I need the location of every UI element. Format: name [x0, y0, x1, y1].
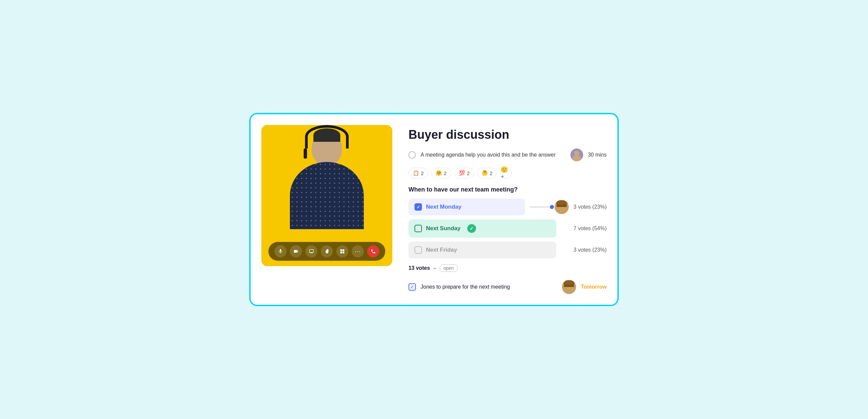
poll-connector-monday — [530, 200, 569, 214]
agenda-duration: 30 mins — [588, 152, 607, 158]
reaction-count-2: 2 — [444, 170, 446, 176]
person-head — [312, 132, 342, 165]
checkmark-icon: ✓ — [416, 205, 420, 210]
content-panel: Buyer discussion A meeting agenda help y… — [408, 125, 607, 294]
poll-checkbox-monday[interactable]: ✓ — [414, 203, 422, 211]
poll-options: ✓ Next Monday 3 votes (23%) — [408, 199, 607, 259]
reaction-count-1: 2 — [421, 170, 424, 176]
screen-share-button[interactable] — [305, 245, 317, 258]
connector-line — [530, 207, 550, 207]
thinking-icon: 🤔 — [482, 170, 488, 176]
poll-box-sunday[interactable]: Next Sunday ✓ — [408, 219, 556, 238]
poll-option-friday: Next Friday 3 votes (23%) — [408, 242, 607, 259]
poll-box-friday[interactable]: Next Friday — [408, 242, 556, 259]
add-reaction-button[interactable]: 🙂+ — [500, 167, 512, 179]
more-options-button[interactable]: ··· — [352, 245, 364, 258]
poll-dash: – — [433, 265, 436, 271]
hundred-icon: 💯 — [459, 170, 465, 176]
person-figure — [283, 132, 371, 246]
connector-dot — [550, 205, 554, 209]
agenda-avatar — [570, 149, 583, 161]
end-call-button[interactable] — [367, 245, 379, 258]
copy-icon: 📋 — [413, 170, 419, 176]
reaction-count-4: 2 — [490, 170, 492, 176]
hug-icon: 🤗 — [436, 170, 442, 176]
task-row: ✓ Jones to prepare for the next meeting … — [408, 280, 607, 294]
reaction-copy[interactable]: 📋 2 — [408, 168, 428, 178]
video-controls-bar: ··· — [269, 242, 385, 261]
poll-votes-sunday: 7 votes (54%) — [574, 226, 607, 232]
poll-checkbox-friday[interactable] — [414, 246, 422, 254]
poll-label-sunday: Next Sunday — [426, 225, 461, 232]
total-votes: 13 votes — [408, 265, 430, 271]
agenda-radio[interactable] — [408, 151, 416, 158]
poll-summary: 13 votes – open — [408, 264, 607, 272]
poll-question: When to have our next team meeting? — [408, 186, 607, 193]
poll-votes-friday: 3 votes (23%) — [574, 247, 607, 253]
avatar-figure — [570, 149, 583, 161]
sunday-check-badge: ✓ — [467, 224, 476, 233]
mic-button[interactable] — [274, 245, 286, 258]
reactions-row: 📋 2 🤗 2 💯 2 🤔 2 🙂+ — [408, 167, 607, 179]
poll-votes-monday: 3 votes (23%) — [574, 204, 607, 210]
task-assignee-figure — [562, 280, 576, 294]
headset-icon — [305, 125, 349, 149]
video-panel: ··· — [261, 125, 392, 266]
smiley-add-icon: 🙂+ — [500, 166, 511, 180]
task-due-date: Tomorrow — [581, 284, 607, 290]
poll-label-friday: Next Friday — [426, 247, 457, 253]
reaction-100[interactable]: 💯 2 — [455, 168, 474, 178]
poll-box-monday[interactable]: ✓ Next Monday — [408, 199, 525, 215]
voter-figure — [555, 200, 569, 214]
main-layout: ··· Buyer discussion A meeting agenda he… — [261, 125, 607, 294]
poll-label-monday: Next Monday — [426, 204, 462, 210]
meeting-title: Buyer discussion — [408, 128, 607, 142]
app-container: ··· Buyer discussion A meeting agenda he… — [249, 113, 619, 306]
reaction-count-3: 2 — [467, 170, 470, 176]
camera-button[interactable] — [290, 245, 302, 258]
agenda-text: A meeting agenda help you avoid this and… — [421, 152, 566, 158]
agenda-row: A meeting agenda help you avoid this and… — [408, 149, 607, 161]
raise-hand-button[interactable] — [321, 245, 333, 258]
poll-option-monday: ✓ Next Monday 3 votes (23%) — [408, 199, 607, 215]
task-avatar — [562, 280, 576, 294]
poll-checkbox-sunday[interactable] — [414, 225, 422, 232]
person-body — [290, 162, 364, 229]
poll-status-badge: open — [440, 264, 458, 272]
poll-option-sunday: Next Sunday ✓ 7 votes (54%) — [408, 219, 607, 238]
reaction-hug[interactable]: 🤗 2 — [431, 168, 451, 178]
grid-view-button[interactable] — [336, 245, 348, 258]
reaction-think[interactable]: 🤔 2 — [477, 168, 497, 178]
voter-avatar-monday — [555, 200, 569, 214]
task-text: Jones to prepare for the next meeting — [421, 284, 557, 290]
task-checkbox[interactable]: ✓ — [408, 283, 416, 291]
